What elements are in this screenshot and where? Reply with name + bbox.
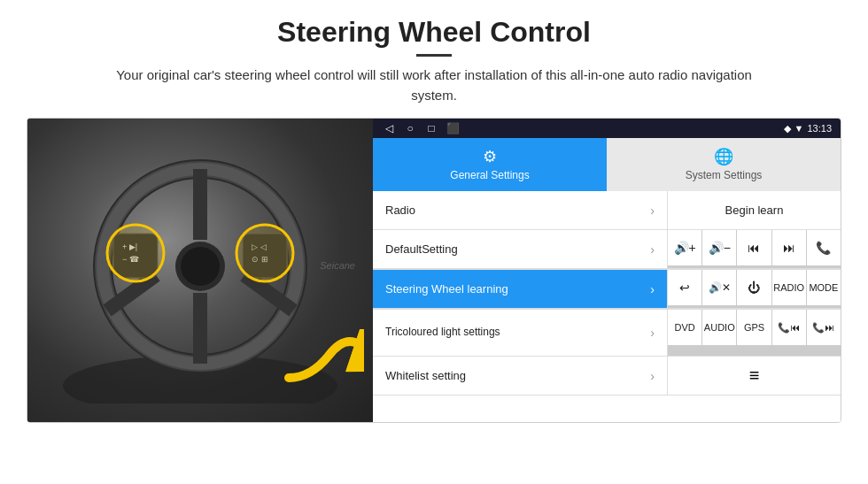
wifi-icon: ▼: [794, 123, 804, 134]
menu-item-radio[interactable]: Radio ›: [373, 191, 668, 229]
menu-row-steering: Steering Wheel learning › ↩ 🔊✕ ⏻ RADIO M…: [373, 270, 841, 310]
tab-general-settings[interactable]: ⚙ General Settings: [373, 138, 607, 191]
car-image-area: + ▶| − ☎ ▷ ◁ ⊙ ⊞: [27, 119, 373, 422]
chevron-icon-radio: ›: [650, 204, 655, 218]
nav-icons: ◁ ○ □ ⬛: [382, 121, 460, 135]
menu-nav-icon[interactable]: ⬛: [446, 121, 460, 135]
audio-button[interactable]: AUDIO: [702, 310, 736, 345]
menu-steering-label: Steering Wheel learning: [385, 282, 650, 296]
menu-row-tricolour: Tricoloured light settings › DVD AUDIO G…: [373, 310, 841, 357]
status-bar: ◁ ○ □ ⬛ ◆ ▼ 13:13: [373, 119, 841, 138]
recent-nav-icon[interactable]: □: [424, 121, 438, 135]
page-wrapper: Steering Wheel Control Your original car…: [0, 0, 868, 432]
chevron-icon-steering: ›: [650, 282, 655, 296]
svg-point-16: [107, 225, 164, 281]
watermark: Seicane: [320, 260, 355, 271]
android-panel: ◁ ○ □ ⬛ ◆ ▼ 13:13 ⚙ General Settings: [373, 119, 841, 422]
menu-row-default: DefaultSetting › 🔊+ 🔊− ⏮ ⏭ 📞: [373, 230, 841, 270]
menu-item-whitelist[interactable]: Whitelist setting ›: [373, 357, 668, 395]
subtitle: Your original car's steering wheel contr…: [102, 65, 766, 105]
begin-learn-button[interactable]: Begin learn: [668, 191, 841, 229]
time-display: 13:13: [807, 123, 832, 134]
vol-down-button[interactable]: 🔊−: [702, 230, 736, 265]
radio-button[interactable]: RADIO: [772, 270, 806, 305]
title-divider: [416, 54, 452, 57]
back-nav-icon[interactable]: ◁: [382, 121, 396, 135]
dvd-button[interactable]: DVD: [668, 310, 701, 345]
svg-point-9: [181, 247, 220, 286]
tab-system-label: System Settings: [686, 169, 763, 181]
svg-point-17: [236, 225, 293, 281]
phone-next-button[interactable]: 📞⏭: [807, 310, 841, 345]
title-section: Steering Wheel Control Your original car…: [27, 16, 841, 105]
menu-item-steering[interactable]: Steering Wheel learning ›: [373, 270, 668, 308]
menu-item-tricolour[interactable]: Tricoloured light settings ›: [373, 310, 668, 356]
content-area: + ▶| − ☎ ▷ ◁ ⊙ ⊞: [27, 118, 841, 423]
menu-item-default[interactable]: DefaultSetting ›: [373, 230, 668, 268]
general-settings-icon: ⚙: [483, 147, 497, 166]
tab-bar: ⚙ General Settings 🌐 System Settings: [373, 138, 841, 191]
gps-button[interactable]: GPS: [737, 310, 771, 345]
system-settings-icon: 🌐: [714, 147, 733, 166]
mode-button[interactable]: MODE: [807, 270, 841, 305]
car-background: + ▶| − ☎ ▷ ◁ ⊙ ⊞: [27, 119, 373, 422]
controls-row-2: ↩ 🔊✕ ⏻ RADIO MODE: [668, 270, 841, 308]
tab-system-settings[interactable]: 🌐 System Settings: [607, 138, 841, 191]
menu-radio-label: Radio: [385, 204, 650, 217]
list-icon-area: ≡: [668, 357, 841, 395]
gps-icon: ◆: [784, 123, 791, 134]
mute-button[interactable]: 🔊✕: [702, 270, 736, 305]
begin-learn-area[interactable]: Begin learn: [668, 191, 841, 229]
menu-whitelist-label: Whitelist setting: [385, 369, 650, 382]
chevron-icon-tricolour: ›: [650, 326, 655, 340]
power-button[interactable]: ⏻: [737, 270, 771, 305]
menu-list: Radio › Begin learn DefaultSetting ›: [373, 191, 841, 422]
prev-track-button[interactable]: ⏮: [737, 230, 771, 265]
arrow-indicator: [284, 329, 364, 391]
return-button[interactable]: ↩: [668, 270, 701, 305]
phone-prev-button[interactable]: 📞⏮: [772, 310, 806, 345]
chevron-icon-default: ›: [650, 242, 655, 257]
chevron-icon-whitelist: ›: [650, 369, 655, 383]
status-right: ◆ ▼ 13:13: [784, 123, 832, 134]
list-icon: ≡: [749, 365, 760, 386]
next-track-button[interactable]: ⏭: [772, 230, 806, 265]
page-title: Steering Wheel Control: [27, 16, 841, 49]
menu-default-label: DefaultSetting: [385, 242, 650, 256]
phone-button[interactable]: 📞: [807, 230, 841, 265]
menu-row-whitelist: Whitelist setting › ≡: [373, 357, 841, 396]
tab-general-label: General Settings: [450, 169, 529, 181]
menu-tricolour-label: Tricoloured light settings: [385, 326, 650, 340]
vol-up-button[interactable]: 🔊+: [668, 230, 701, 265]
menu-row-radio: Radio › Begin learn: [373, 191, 841, 230]
home-nav-icon[interactable]: ○: [403, 121, 417, 135]
controls-row-3: DVD AUDIO GPS 📞⏮ 📞⏭: [668, 310, 841, 356]
controls-row-1: 🔊+ 🔊− ⏮ ⏭ 📞: [668, 230, 841, 268]
